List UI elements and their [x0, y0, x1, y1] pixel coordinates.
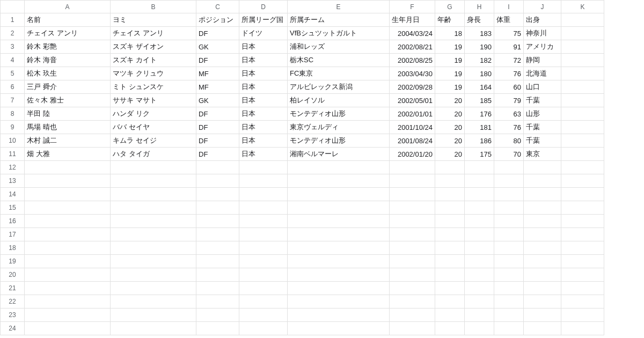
row-header-5[interactable]: 5: [0, 67, 25, 80]
cell-H15[interactable]: [465, 201, 494, 215]
cell-G4[interactable]: 19: [435, 54, 465, 67]
cell-J17[interactable]: [524, 228, 561, 241]
cell-E19[interactable]: [288, 255, 390, 268]
cell-K4[interactable]: [561, 54, 604, 67]
cell-K3[interactable]: [561, 40, 604, 54]
cell-B11[interactable]: ハタ タイガ: [111, 148, 196, 161]
cell-E3[interactable]: 浦和レッズ: [288, 40, 390, 54]
cell-H20[interactable]: [465, 268, 494, 282]
cell-F19[interactable]: [390, 255, 435, 268]
col-header-H[interactable]: H: [465, 0, 494, 13]
cell-H8[interactable]: 176: [465, 107, 494, 121]
cell-B16[interactable]: [111, 215, 196, 228]
cell-D16[interactable]: [239, 215, 288, 228]
cell-K22[interactable]: [561, 295, 604, 308]
cell-D6[interactable]: 日本: [239, 80, 288, 94]
cell-J6[interactable]: 山口: [524, 80, 561, 94]
cell-C12[interactable]: [196, 161, 239, 174]
cell-J9[interactable]: 千葉: [524, 121, 561, 134]
cell-I6[interactable]: 60: [494, 80, 524, 94]
cell-K2[interactable]: [561, 27, 604, 40]
cell-J23[interactable]: [524, 308, 561, 322]
cell-I11[interactable]: 70: [494, 148, 524, 161]
cell-F16[interactable]: [390, 215, 435, 228]
cell-D19[interactable]: [239, 255, 288, 268]
cell-C4[interactable]: DF: [196, 54, 239, 67]
cell-H6[interactable]: 164: [465, 80, 494, 94]
cell-I13[interactable]: [494, 174, 524, 188]
cell-D17[interactable]: [239, 228, 288, 241]
cell-G6[interactable]: 19: [435, 80, 465, 94]
col-header-A[interactable]: A: [25, 0, 111, 13]
cell-C21[interactable]: [196, 282, 239, 295]
cell-A21[interactable]: [25, 282, 111, 295]
col-header-K[interactable]: K: [561, 0, 604, 13]
cell-J13[interactable]: [524, 174, 561, 188]
cell-C16[interactable]: [196, 215, 239, 228]
cell-J24[interactable]: [524, 322, 561, 335]
cell-E18[interactable]: [288, 241, 390, 255]
cell-B4[interactable]: スズキ カイト: [111, 54, 196, 67]
cell-B18[interactable]: [111, 241, 196, 255]
cell-I21[interactable]: [494, 282, 524, 295]
cell-A20[interactable]: [25, 268, 111, 282]
col-header-B[interactable]: B: [111, 0, 196, 13]
cell-B12[interactable]: [111, 161, 196, 174]
cell-A16[interactable]: [25, 215, 111, 228]
cell-I8[interactable]: 63: [494, 107, 524, 121]
col-header-J[interactable]: J: [524, 0, 561, 13]
cell-D15[interactable]: [239, 201, 288, 215]
cell-C8[interactable]: DF: [196, 107, 239, 121]
cell-K18[interactable]: [561, 241, 604, 255]
cell-C14[interactable]: [196, 188, 239, 201]
cell-C7[interactable]: GK: [196, 94, 239, 107]
row-header-23[interactable]: 23: [0, 308, 25, 322]
cell-J22[interactable]: [524, 295, 561, 308]
cell-H1[interactable]: 身長: [465, 13, 494, 27]
cell-E20[interactable]: [288, 268, 390, 282]
cell-H14[interactable]: [465, 188, 494, 201]
cell-G15[interactable]: [435, 201, 465, 215]
cell-B5[interactable]: マツキ クリュウ: [111, 67, 196, 80]
cell-A3[interactable]: 鈴木 彩艶: [25, 40, 111, 54]
cell-I24[interactable]: [494, 322, 524, 335]
row-header-7[interactable]: 7: [0, 94, 25, 107]
cell-H10[interactable]: 186: [465, 134, 494, 148]
cell-D5[interactable]: 日本: [239, 67, 288, 80]
cell-A23[interactable]: [25, 308, 111, 322]
cell-G9[interactable]: 20: [435, 121, 465, 134]
cell-I17[interactable]: [494, 228, 524, 241]
cell-G3[interactable]: 19: [435, 40, 465, 54]
row-header-12[interactable]: 12: [0, 161, 25, 174]
cell-J11[interactable]: 東京: [524, 148, 561, 161]
cell-F1[interactable]: 生年月日: [390, 13, 435, 27]
cell-G7[interactable]: 20: [435, 94, 465, 107]
cell-A15[interactable]: [25, 201, 111, 215]
row-header-1[interactable]: 1: [0, 13, 25, 27]
col-header-I[interactable]: I: [494, 0, 524, 13]
cell-D10[interactable]: 日本: [239, 134, 288, 148]
cell-I4[interactable]: 72: [494, 54, 524, 67]
cell-K17[interactable]: [561, 228, 604, 241]
cell-K13[interactable]: [561, 174, 604, 188]
cell-J3[interactable]: アメリカ: [524, 40, 561, 54]
cell-B24[interactable]: [111, 322, 196, 335]
cell-G20[interactable]: [435, 268, 465, 282]
cell-A2[interactable]: チェイス アンリ: [25, 27, 111, 40]
cell-A7[interactable]: 佐々木 雅士: [25, 94, 111, 107]
cell-D1[interactable]: 所属リーグ国: [239, 13, 288, 27]
cell-G5[interactable]: 19: [435, 67, 465, 80]
cell-J21[interactable]: [524, 282, 561, 295]
cell-J14[interactable]: [524, 188, 561, 201]
cell-F18[interactable]: [390, 241, 435, 255]
cell-E17[interactable]: [288, 228, 390, 241]
corner-cell[interactable]: [0, 0, 25, 13]
cell-F15[interactable]: [390, 201, 435, 215]
row-header-19[interactable]: 19: [0, 255, 25, 268]
cell-F14[interactable]: [390, 188, 435, 201]
cell-E1[interactable]: 所属チーム: [288, 13, 390, 27]
cell-K23[interactable]: [561, 308, 604, 322]
cell-G13[interactable]: [435, 174, 465, 188]
cell-H18[interactable]: [465, 241, 494, 255]
cell-I9[interactable]: 76: [494, 121, 524, 134]
